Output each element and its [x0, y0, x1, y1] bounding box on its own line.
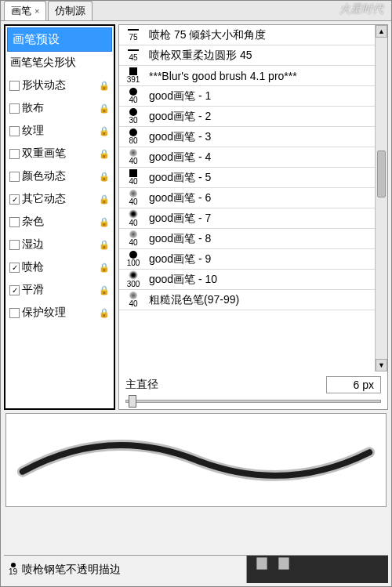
sidebar-item-label: 喷枪 [22, 260, 44, 274]
checkbox-icon[interactable] [9, 217, 20, 227]
brush-label: good画笔 - 10 [149, 273, 217, 287]
checkbox-icon[interactable]: ✓ [9, 194, 20, 205]
brush-label: good画笔 - 2 [149, 110, 211, 124]
current-brush-label: 喷枪钢笔不透明描边 [22, 563, 121, 577]
brush-row-4[interactable]: 30good画笔 - 2 [119, 107, 387, 127]
brush-row-11[interactable]: 100good画笔 - 9 [119, 249, 387, 270]
lock-icon[interactable]: 🔒 [99, 125, 110, 136]
stroke-icon [6, 414, 386, 506]
brush-label: good画笔 - 7 [149, 212, 211, 226]
brush-thumb: 30 [122, 108, 144, 125]
brush-row-2[interactable]: 391***Blur's good brush 4.1 pro*** [119, 66, 387, 86]
brush-row-1[interactable]: 45喷枪双重柔边圆形 45 [119, 45, 387, 66]
sidebar-item-label: 湿边 [22, 237, 44, 252]
brush-row-10[interactable]: 40good画笔 - 8 [119, 229, 387, 249]
tab-bar: 画笔 × 仿制源 火星时代 [1, 1, 391, 21]
sidebar-item-4[interactable]: 颜色动态🔒 [7, 165, 112, 188]
scroll-down-icon[interactable]: ▼ [376, 359, 387, 371]
brush-thumb: 75 [122, 29, 144, 42]
brush-settings-sidebar: 画笔预设 画笔笔尖形状 形状动态🔒散布🔒纹理🔒双重画笔🔒颜色动态🔒✓其它动态🔒杂… [4, 24, 115, 410]
brush-label: 喷枪双重柔边圆形 45 [149, 49, 252, 63]
sidebar-item-3[interactable]: 双重画笔🔒 [7, 143, 112, 165]
brush-thumb: 40 [122, 88, 144, 104]
scrollbar[interactable]: ▲ ▼ [375, 25, 387, 371]
sidebar-item-2[interactable]: 纹理🔒 [7, 120, 112, 143]
brush-label: good画笔 - 6 [149, 191, 211, 205]
brush-thumb: 45 [122, 49, 144, 62]
brush-presets-header[interactable]: 画笔预设 [7, 27, 112, 52]
brush-label: good画笔 - 4 [149, 150, 211, 165]
checkbox-icon[interactable] [9, 103, 20, 114]
slider-track [125, 400, 381, 403]
tab-clone-label: 仿制源 [55, 4, 85, 18]
brush-thumb: 40 [122, 190, 144, 206]
lock-icon[interactable]: 🔒 [99, 80, 110, 91]
lock-icon[interactable]: 🔒 [99, 171, 110, 182]
lock-icon[interactable]: 🔒 [99, 216, 110, 227]
bottom-bar: 19 喷枪钢笔不透明描边 [4, 555, 388, 583]
scroll-up-icon[interactable]: ▲ [376, 25, 387, 38]
checkbox-icon[interactable] [9, 149, 20, 159]
brush-thumb: 300 [122, 270, 144, 288]
brush-thumb: 100 [122, 251, 144, 267]
tab-brush-label: 画笔 [11, 4, 31, 18]
lock-icon[interactable]: 🔒 [99, 194, 110, 205]
brush-label: good画笔 - 8 [149, 232, 211, 246]
sidebar-item-label: 杂色 [22, 215, 44, 229]
lock-icon[interactable]: 🔒 [99, 284, 110, 295]
lock-icon[interactable]: 🔒 [99, 239, 110, 250]
sidebar-item-label: 双重画笔 [22, 147, 66, 161]
lock-icon[interactable]: 🔒 [99, 148, 110, 159]
brush-tip-shape[interactable]: 画笔笔尖形状 [7, 52, 112, 74]
sidebar-item-5[interactable]: ✓其它动态🔒 [7, 188, 112, 211]
checkbox-icon[interactable]: ✓ [9, 285, 20, 295]
sidebar-item-9[interactable]: ✓平滑🔒 [7, 279, 112, 302]
trash-icon[interactable] [278, 557, 289, 570]
tab-clone-source[interactable]: 仿制源 [48, 1, 93, 20]
brush-row-8[interactable]: 40good画笔 - 6 [119, 188, 387, 208]
checkbox-icon[interactable] [9, 308, 20, 318]
sidebar-item-1[interactable]: 散布🔒 [7, 97, 112, 120]
brush-row-9[interactable]: 40good画笔 - 7 [119, 208, 387, 229]
lock-icon[interactable]: 🔒 [99, 307, 110, 318]
checkbox-icon[interactable] [9, 240, 20, 250]
sidebar-item-6[interactable]: 杂色🔒 [7, 211, 112, 234]
sidebar-item-label: 其它动态 [22, 192, 66, 206]
sidebar-item-label: 纹理 [22, 124, 44, 138]
sidebar-item-10[interactable]: 保护纹理🔒 [7, 302, 112, 324]
brush-label: 粗糙混色笔(97-99) [149, 293, 239, 307]
brush-panel: 画笔 × 仿制源 火星时代 画笔预设 画笔笔尖形状 形状动态🔒散布🔒纹理🔒双重画… [0, 0, 392, 587]
brush-row-6[interactable]: 40good画笔 - 4 [119, 147, 387, 168]
diameter-value[interactable]: 6 px [326, 376, 381, 393]
scroll-thumb[interactable] [377, 150, 386, 197]
slider-thumb[interactable] [129, 395, 136, 408]
sidebar-item-8[interactable]: ✓喷枪🔒 [7, 256, 112, 279]
sidebar-item-0[interactable]: 形状动态🔒 [7, 74, 112, 97]
brush-row-7[interactable]: 40good画笔 - 5 [119, 168, 387, 188]
sidebar-item-label: 保护纹理 [22, 306, 66, 320]
upper-section: 画笔预设 画笔笔尖形状 形状动态🔒散布🔒纹理🔒双重画笔🔒颜色动态🔒✓其它动态🔒杂… [4, 24, 388, 410]
brush-thumb: 40 [122, 292, 144, 308]
current-brush-info[interactable]: 19 喷枪钢笔不透明描边 [4, 556, 247, 583]
brush-row-5[interactable]: 80good画笔 - 3 [119, 127, 387, 147]
brush-list-column: 75喷枪 75 倾斜大小和角度45喷枪双重柔边圆形 45391***Blur's… [118, 24, 388, 410]
brush-row-12[interactable]: 300good画笔 - 10 [119, 270, 387, 290]
diameter-slider[interactable] [119, 395, 387, 409]
lock-icon[interactable]: 🔒 [99, 262, 110, 273]
checkbox-icon[interactable]: ✓ [9, 263, 20, 273]
brush-thumb: 40 [122, 169, 144, 186]
brush-row-0[interactable]: 75喷枪 75 倾斜大小和角度 [119, 25, 387, 45]
brush-list[interactable]: 75喷枪 75 倾斜大小和角度45喷枪双重柔边圆形 45391***Blur's… [119, 25, 387, 371]
brush-row-3[interactable]: 40good画笔 - 1 [119, 86, 387, 107]
checkbox-icon[interactable] [9, 172, 20, 182]
new-icon[interactable] [256, 557, 267, 570]
brush-row-13[interactable]: 40粗糙混色笔(97-99) [119, 290, 387, 310]
sidebar-item-7[interactable]: 湿边🔒 [7, 234, 112, 256]
checkbox-icon[interactable] [9, 126, 20, 136]
diameter-label: 主直径 [125, 378, 158, 392]
lock-icon[interactable]: 🔒 [99, 103, 110, 114]
checkbox-icon[interactable] [9, 81, 20, 91]
close-icon[interactable]: × [34, 6, 39, 16]
tab-brush[interactable]: 画笔 × [4, 1, 46, 20]
sidebar-item-label: 形状动态 [22, 78, 66, 92]
